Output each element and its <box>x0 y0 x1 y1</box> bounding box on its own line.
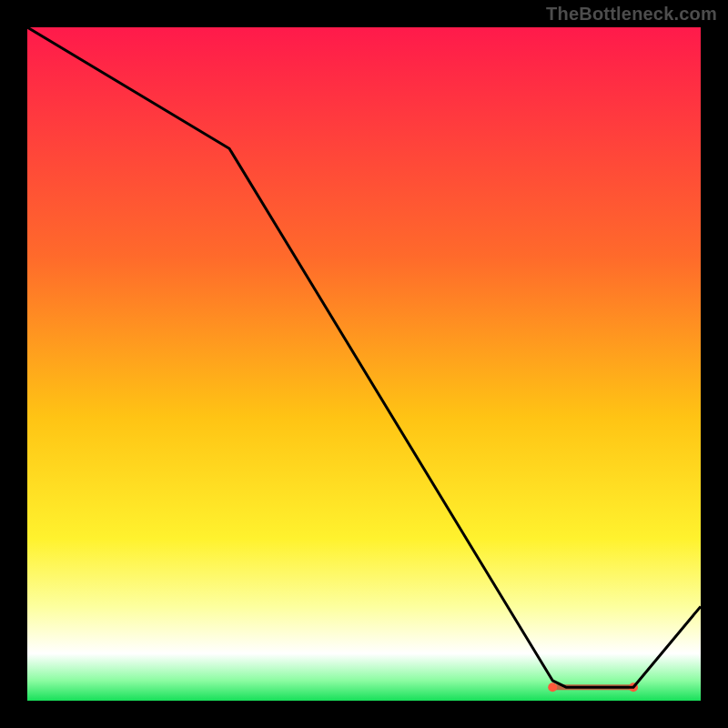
chart-plot-area <box>27 27 701 701</box>
watermark-text: TheBottleneck.com <box>546 4 717 25</box>
highlight-dot <box>548 682 557 692</box>
chart-frame: TheBottleneck.com <box>0 0 728 728</box>
chart-background <box>27 27 701 701</box>
chart-svg <box>27 27 701 701</box>
